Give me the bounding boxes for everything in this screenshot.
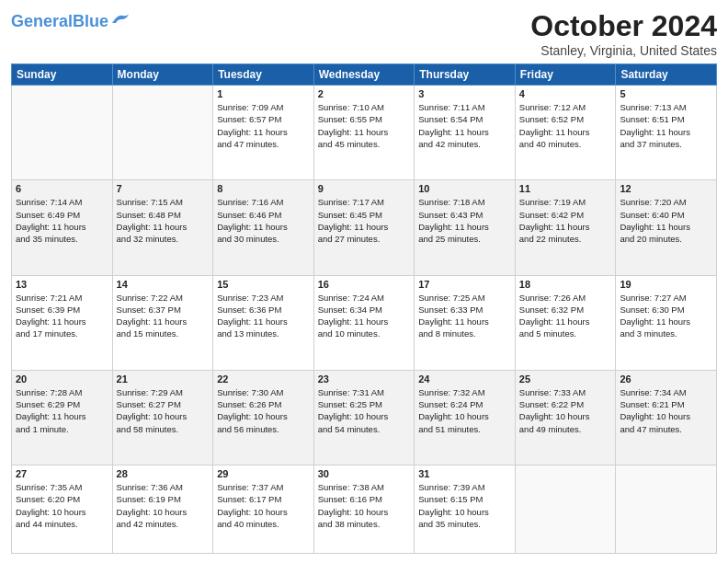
- calendar-cell: 18Sunrise: 7:26 AMSunset: 6:32 PMDayligh…: [515, 275, 616, 370]
- day-info: Sunrise: 7:11 AMSunset: 6:54 PMDaylight:…: [418, 101, 511, 150]
- day-info: Sunrise: 7:28 AMSunset: 6:29 PMDaylight:…: [16, 386, 108, 435]
- calendar-cell: 26Sunrise: 7:34 AMSunset: 6:21 PMDayligh…: [616, 370, 717, 465]
- day-number: 28: [117, 468, 210, 479]
- day-number: 7: [117, 183, 210, 194]
- day-info: Sunrise: 7:33 AMSunset: 6:22 PMDaylight:…: [519, 386, 612, 435]
- calendar-table: SundayMondayTuesdayWednesdayThursdayFrid…: [11, 63, 717, 554]
- day-number: 11: [519, 183, 612, 194]
- day-info: Sunrise: 7:21 AMSunset: 6:39 PMDaylight:…: [16, 292, 108, 340]
- header: GeneralBlue October 2024 Stanley, Virgin…: [11, 9, 717, 58]
- day-info: Sunrise: 7:19 AMSunset: 6:42 PMDaylight:…: [519, 196, 612, 245]
- location: Stanley, Virginia, United States: [530, 43, 717, 58]
- calendar-cell: 21Sunrise: 7:29 AMSunset: 6:27 PMDayligh…: [112, 370, 213, 465]
- day-number: 8: [217, 183, 310, 194]
- calendar-cell: 4Sunrise: 7:12 AMSunset: 6:52 PMDaylight…: [515, 86, 616, 180]
- calendar-cell: 6Sunrise: 7:14 AMSunset: 6:49 PMDaylight…: [12, 180, 113, 275]
- day-number: 31: [418, 468, 511, 479]
- calendar-cell: 12Sunrise: 7:20 AMSunset: 6:40 PMDayligh…: [616, 180, 717, 275]
- day-info: Sunrise: 7:15 AMSunset: 6:48 PMDaylight:…: [117, 196, 210, 245]
- calendar-cell: 7Sunrise: 7:15 AMSunset: 6:48 PMDaylight…: [112, 180, 213, 275]
- day-number: 12: [620, 183, 712, 194]
- calendar-cell: 20Sunrise: 7:28 AMSunset: 6:29 PMDayligh…: [12, 370, 113, 465]
- day-info: Sunrise: 7:25 AMSunset: 6:33 PMDaylight:…: [418, 292, 511, 340]
- day-number: 4: [519, 88, 612, 99]
- day-info: Sunrise: 7:38 AMSunset: 6:16 PMDaylight:…: [318, 481, 411, 530]
- day-info: Sunrise: 7:34 AMSunset: 6:21 PMDaylight:…: [620, 386, 712, 435]
- day-number: 15: [217, 279, 310, 290]
- weekday-header-thursday: Thursday: [415, 64, 516, 86]
- day-number: 13: [16, 279, 108, 290]
- day-number: 9: [318, 183, 411, 194]
- day-info: Sunrise: 7:10 AMSunset: 6:55 PMDaylight:…: [318, 101, 411, 150]
- weekday-header-saturday: Saturday: [616, 64, 717, 86]
- day-info: Sunrise: 7:39 AMSunset: 6:15 PMDaylight:…: [418, 481, 511, 530]
- calendar-cell: 2Sunrise: 7:10 AMSunset: 6:55 PMDaylight…: [313, 86, 415, 180]
- day-info: Sunrise: 7:30 AMSunset: 6:26 PMDaylight:…: [217, 386, 310, 435]
- calendar-cell: 22Sunrise: 7:30 AMSunset: 6:26 PMDayligh…: [213, 370, 314, 465]
- calendar-week-row: 27Sunrise: 7:35 AMSunset: 6:20 PMDayligh…: [12, 465, 717, 554]
- day-number: 3: [418, 88, 511, 99]
- calendar-cell: [12, 86, 113, 180]
- calendar-cell: 19Sunrise: 7:27 AMSunset: 6:30 PMDayligh…: [616, 275, 717, 370]
- day-number: 24: [418, 373, 511, 385]
- day-number: 14: [117, 279, 210, 290]
- day-info: Sunrise: 7:29 AMSunset: 6:27 PMDaylight:…: [117, 386, 210, 435]
- day-info: Sunrise: 7:20 AMSunset: 6:40 PMDaylight:…: [620, 196, 712, 245]
- day-info: Sunrise: 7:16 AMSunset: 6:46 PMDaylight:…: [217, 196, 310, 245]
- calendar-week-row: 6Sunrise: 7:14 AMSunset: 6:49 PMDaylight…: [12, 180, 717, 275]
- weekday-header-sunday: Sunday: [12, 64, 113, 86]
- calendar-cell: 28Sunrise: 7:36 AMSunset: 6:19 PMDayligh…: [112, 465, 213, 554]
- calendar-cell: 25Sunrise: 7:33 AMSunset: 6:22 PMDayligh…: [515, 370, 616, 465]
- title-area: October 2024 Stanley, Virginia, United S…: [530, 9, 717, 58]
- calendar-cell: 29Sunrise: 7:37 AMSunset: 6:17 PMDayligh…: [213, 465, 314, 554]
- day-info: Sunrise: 7:17 AMSunset: 6:45 PMDaylight:…: [318, 196, 411, 245]
- day-number: 2: [318, 88, 411, 99]
- calendar-cell: [112, 86, 213, 180]
- day-number: 23: [318, 373, 411, 385]
- calendar-cell: 23Sunrise: 7:31 AMSunset: 6:25 PMDayligh…: [313, 370, 415, 465]
- day-info: Sunrise: 7:23 AMSunset: 6:36 PMDaylight:…: [217, 292, 310, 340]
- day-info: Sunrise: 7:35 AMSunset: 6:20 PMDaylight:…: [16, 481, 108, 530]
- day-info: Sunrise: 7:09 AMSunset: 6:57 PMDaylight:…: [217, 101, 310, 150]
- day-number: 16: [318, 279, 411, 290]
- calendar-cell: [515, 465, 616, 554]
- day-number: 1: [217, 88, 310, 99]
- logo-blue: Blue: [73, 12, 108, 30]
- page: GeneralBlue October 2024 Stanley, Virgin…: [0, 0, 728, 563]
- day-number: 29: [217, 468, 310, 479]
- day-info: Sunrise: 7:22 AMSunset: 6:37 PMDaylight:…: [117, 292, 210, 340]
- calendar-cell: 8Sunrise: 7:16 AMSunset: 6:46 PMDaylight…: [213, 180, 314, 275]
- calendar-cell: 24Sunrise: 7:32 AMSunset: 6:24 PMDayligh…: [415, 370, 516, 465]
- calendar-cell: 5Sunrise: 7:13 AMSunset: 6:51 PMDaylight…: [616, 86, 717, 180]
- calendar-cell: 31Sunrise: 7:39 AMSunset: 6:15 PMDayligh…: [415, 465, 516, 554]
- calendar-week-row: 1Sunrise: 7:09 AMSunset: 6:57 PMDaylight…: [12, 86, 717, 180]
- day-info: Sunrise: 7:36 AMSunset: 6:19 PMDaylight:…: [117, 481, 210, 530]
- day-info: Sunrise: 7:18 AMSunset: 6:43 PMDaylight:…: [418, 196, 511, 245]
- weekday-header-wednesday: Wednesday: [313, 64, 415, 86]
- day-info: Sunrise: 7:14 AMSunset: 6:49 PMDaylight:…: [16, 196, 108, 245]
- day-number: 21: [117, 373, 210, 385]
- day-number: 27: [16, 468, 108, 479]
- calendar-week-row: 13Sunrise: 7:21 AMSunset: 6:39 PMDayligh…: [12, 275, 717, 370]
- calendar-cell: 9Sunrise: 7:17 AMSunset: 6:45 PMDaylight…: [313, 180, 415, 275]
- day-number: 25: [519, 373, 612, 385]
- calendar-week-row: 20Sunrise: 7:28 AMSunset: 6:29 PMDayligh…: [12, 370, 717, 465]
- weekday-header-tuesday: Tuesday: [213, 64, 314, 86]
- day-number: 18: [519, 279, 612, 290]
- logo-bird-icon: [110, 12, 131, 27]
- day-info: Sunrise: 7:32 AMSunset: 6:24 PMDaylight:…: [418, 386, 511, 435]
- day-number: 19: [620, 279, 712, 290]
- day-number: 30: [318, 468, 411, 479]
- calendar-cell: 15Sunrise: 7:23 AMSunset: 6:36 PMDayligh…: [213, 275, 314, 370]
- day-number: 17: [418, 279, 511, 290]
- calendar-cell: [616, 465, 717, 554]
- calendar-header-row: SundayMondayTuesdayWednesdayThursdayFrid…: [12, 64, 717, 86]
- day-number: 20: [16, 373, 108, 385]
- day-number: 5: [620, 88, 712, 99]
- calendar-cell: 16Sunrise: 7:24 AMSunset: 6:34 PMDayligh…: [313, 275, 415, 370]
- day-number: 26: [620, 373, 712, 385]
- calendar-cell: 1Sunrise: 7:09 AMSunset: 6:57 PMDaylight…: [213, 86, 314, 180]
- month-title: October 2024: [530, 9, 717, 43]
- calendar-cell: 11Sunrise: 7:19 AMSunset: 6:42 PMDayligh…: [515, 180, 616, 275]
- calendar-cell: 13Sunrise: 7:21 AMSunset: 6:39 PMDayligh…: [12, 275, 113, 370]
